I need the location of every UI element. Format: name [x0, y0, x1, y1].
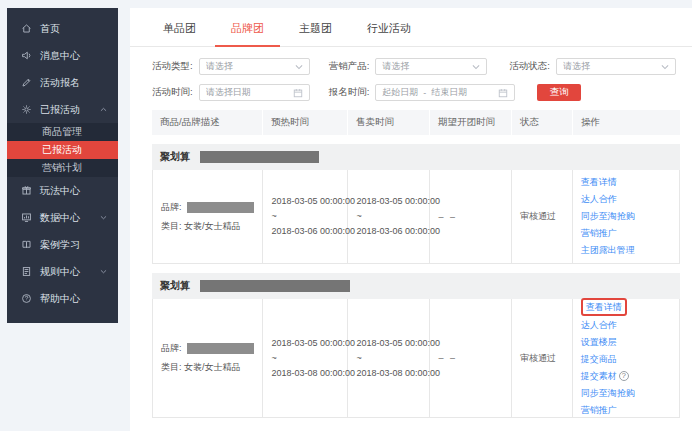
marketing-product-label: 营销产品:: [329, 60, 370, 73]
sidebar-subitem-product-management[interactable]: 商品管理: [7, 123, 118, 141]
sidebar-subitem-reported-activities[interactable]: 已报活动: [7, 141, 118, 159]
select-value: 请选择: [382, 60, 472, 73]
activity-card: 聚划算 品牌: 类目: 女装/女士精品 2018-03-05 00:00:00 …: [152, 144, 680, 264]
sidebar-item-label: 案例学习: [40, 238, 108, 252]
sidebar-item-help-center[interactable]: 帮助中心: [7, 285, 118, 312]
sidebar-item-messages[interactable]: 消息中心: [7, 42, 118, 69]
chevron-down-icon: [99, 213, 108, 222]
sidebar-item-home[interactable]: 首页: [7, 15, 118, 42]
header-product-brand: 商品/品牌描述: [152, 110, 263, 135]
action-set-floor[interactable]: 设置楼层: [581, 334, 675, 351]
cell-expected-open-time: – –: [430, 170, 512, 263]
chevron-down-icon: [295, 64, 303, 70]
sidebar-item-label: 活动报名: [40, 76, 108, 90]
chevron-down-icon: [472, 64, 480, 70]
action-submit-product[interactable]: 提交商品: [581, 351, 675, 368]
action-marketing-promotion[interactable]: 营销推广: [581, 225, 675, 242]
signup-time-range-input[interactable]: 起始日期 - 结束日期: [375, 84, 515, 101]
tab-label: 品牌团: [231, 22, 264, 34]
cell-actions: 查看详情 达人合作 同步至淘抢购 营销推广 主团露出管理: [573, 170, 679, 263]
gear-icon: [21, 104, 32, 115]
category-label: 类目:: [161, 221, 182, 231]
date-start: 2018-03-05 00:00:00: [356, 336, 425, 351]
header-status: 状态: [512, 110, 573, 135]
date-end: 2018-03-08 00:00:00: [271, 366, 343, 381]
action-main-group-exposure[interactable]: 主团露出管理: [581, 242, 675, 259]
sidebar-item-label: 规则中心: [40, 265, 99, 279]
sidebar-item-reported-activities[interactable]: 已报活动: [7, 96, 118, 123]
action-sync-taoqianggou[interactable]: 同步至淘抢购: [581, 385, 675, 402]
header-sale-time: 售卖时间: [348, 110, 430, 135]
search-button[interactable]: 查询: [537, 84, 581, 101]
activity-card: 聚划算 品牌: 类目: 女装/女士精品 2018-03-05 00:00:00 …: [152, 273, 680, 418]
sidebar-subitem-label: 营销计划: [42, 161, 82, 175]
action-submit-material[interactable]: 提交素材?: [581, 368, 675, 385]
highlight-box: 查看详情: [581, 298, 627, 316]
pen-icon: [21, 77, 32, 88]
group-header: 聚划算: [152, 144, 680, 170]
sidebar-item-play-center[interactable]: 玩法中心: [7, 177, 118, 204]
rules-icon: [21, 266, 32, 277]
megaphone-icon: [21, 50, 32, 61]
group-header: 聚划算: [152, 273, 680, 299]
header-actions: 操作: [573, 110, 680, 135]
sidebar-subitem-label: 商品管理: [42, 125, 82, 139]
range-separator: -: [423, 88, 426, 98]
activity-status-select[interactable]: 请选择: [556, 58, 676, 75]
filter-row-2: 活动时间: 请选择日期 报名时间: 起始日期 - 结束日期 查询: [152, 84, 692, 101]
help-icon: [21, 293, 32, 304]
tab-industry[interactable]: 行业活动: [351, 21, 427, 46]
header-preheat-time: 预热时间: [263, 110, 348, 135]
brand-label: 品牌:: [161, 342, 182, 355]
calendar-icon: [498, 88, 508, 98]
sidebar-item-data-center[interactable]: 数据中心: [7, 204, 118, 231]
action-talent-cooperation[interactable]: 达人合作: [581, 317, 675, 334]
tab-theme[interactable]: 主题团: [283, 21, 348, 46]
action-view-details[interactable]: 查看详情: [581, 174, 675, 191]
activity-status-label: 活动状态:: [509, 60, 550, 73]
redacted-text-block: [187, 343, 254, 354]
sidebar-item-label: 消息中心: [40, 49, 108, 63]
sidebar-submenu: 商品管理 已报活动 营销计划: [7, 123, 118, 177]
tab-single-item[interactable]: 单品团: [147, 21, 212, 46]
cell-preheat-time: 2018-03-05 00:00:00 ~ 2018-03-06 00:00:0…: [263, 170, 348, 263]
activity-time-input[interactable]: 请选择日期: [199, 84, 310, 101]
empty-value: – –: [438, 212, 507, 222]
tab-label: 单品团: [163, 22, 196, 34]
chevron-up-icon: [99, 105, 108, 114]
date-end: 2018-03-08 00:00:00: [356, 366, 425, 381]
activity-type-select[interactable]: 请选择: [199, 58, 310, 75]
marketing-product-select[interactable]: 请选择: [375, 58, 487, 75]
redacted-text-block: [200, 280, 350, 292]
action-view-details-highlighted[interactable]: 查看详情: [581, 297, 675, 317]
home-icon: [21, 23, 32, 34]
sidebar-item-signup[interactable]: 活动报名: [7, 69, 118, 96]
select-value: 请选择: [206, 60, 295, 73]
calendar-icon: [293, 88, 303, 98]
range-end-placeholder: 结束日期: [431, 86, 498, 99]
action-talent-cooperation[interactable]: 达人合作: [581, 191, 675, 208]
tab-label: 行业活动: [367, 22, 411, 34]
filter-row-1: 活动类型: 请选择 营销产品: 请选择 活动状态: 请选择: [152, 58, 692, 75]
chevron-down-icon: [99, 267, 108, 276]
redacted-text-block: [200, 151, 319, 163]
action-sync-taoqianggou[interactable]: 同步至淘抢购: [581, 208, 675, 225]
empty-value: – –: [438, 353, 507, 363]
tab-label: 主题团: [299, 22, 332, 34]
sidebar-subitem-marketing-plan[interactable]: 营销计划: [7, 159, 118, 177]
action-marketing-promotion[interactable]: 营销推广: [581, 402, 675, 419]
date-separator: ~: [271, 209, 343, 224]
cell-status: 审核通过: [512, 299, 573, 417]
tab-brand[interactable]: 品牌团: [215, 21, 280, 47]
table-header-row: 商品/品牌描述 预热时间 售卖时间 期望开团时间 状态 操作: [152, 110, 680, 135]
category-value: 女装/女士精品: [184, 362, 241, 372]
cell-preheat-time: 2018-03-05 00:00:00 ~ 2018-03-08 00:00:0…: [263, 299, 348, 417]
sidebar-item-rules-center[interactable]: 规则中心: [7, 258, 118, 285]
select-value: 请选择: [563, 60, 661, 73]
table-row: 品牌: 类目: 女装/女士精品 2018-03-05 00:00:00 ~ 20…: [152, 299, 680, 418]
main-content: 单品团 品牌团 主题团 行业活动 活动类型: 请选择 营销产品: 请选择 活动状…: [130, 8, 692, 431]
platform-label: 聚划算: [160, 150, 190, 164]
help-circle-icon[interactable]: ?: [619, 371, 629, 381]
sidebar-item-case-study[interactable]: 案例学习: [7, 231, 118, 258]
sidebar-item-label: 数据中心: [40, 211, 99, 225]
